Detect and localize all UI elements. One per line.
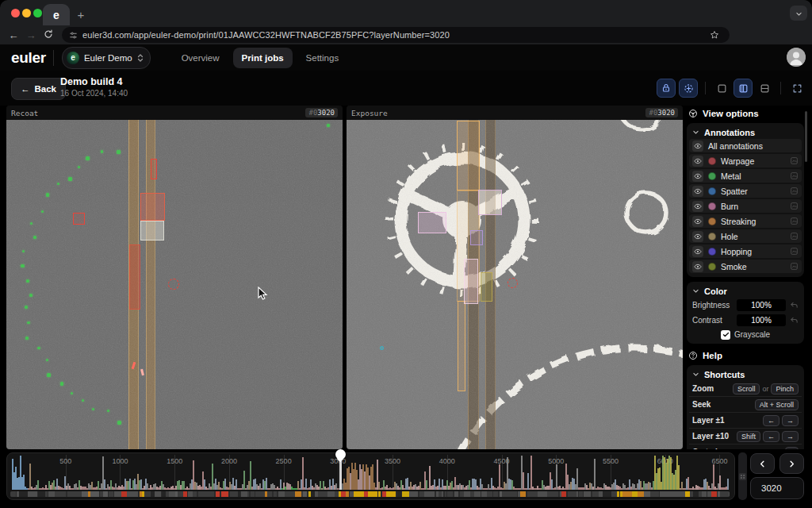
annotation-image-icon[interactable] xyxy=(790,202,799,210)
window-zoom-button[interactable] xyxy=(33,9,42,17)
window-minimize-button[interactable] xyxy=(22,9,31,17)
url-bar[interactable]: euler3d.com/app/euler-demo/print/01JAAWC… xyxy=(62,27,730,43)
visibility-toggle[interactable] xyxy=(692,216,703,227)
browser-tab[interactable]: e xyxy=(43,4,70,25)
brightness-input[interactable]: 100% xyxy=(737,299,786,311)
annotations-section-header[interactable]: Annotations xyxy=(689,125,802,139)
warpage-annotation-box[interactable] xyxy=(129,244,140,310)
timeline-tick-label: 4000 xyxy=(439,457,455,465)
bookmark-star-icon[interactable] xyxy=(710,30,719,40)
back-button[interactable]: ←Back xyxy=(11,78,66,100)
visibility-toggle[interactable] xyxy=(692,156,703,167)
new-tab-button[interactable]: + xyxy=(73,6,89,22)
next-layer-button[interactable] xyxy=(779,453,804,474)
workspace-switcher[interactable]: e Euler Demo xyxy=(62,47,151,69)
visibility-toggle[interactable] xyxy=(692,140,703,152)
user-avatar[interactable] xyxy=(787,48,806,67)
scrubber-handle[interactable] xyxy=(335,449,346,460)
hole-annotation-box[interactable] xyxy=(481,272,492,302)
contrast-input[interactable]: 100% xyxy=(737,314,786,326)
brightness-reset-icon[interactable] xyxy=(790,301,799,310)
layer-number-input[interactable] xyxy=(750,477,804,499)
visibility-toggle[interactable] xyxy=(692,261,703,272)
severity-strip xyxy=(10,491,730,497)
fullscreen-button[interactable] xyxy=(788,79,806,97)
visibility-toggle[interactable] xyxy=(692,201,703,212)
reload-button[interactable] xyxy=(40,29,57,41)
layout-single-button[interactable] xyxy=(713,79,730,97)
severity-segment xyxy=(617,491,619,497)
shortcut-keys: L xyxy=(783,447,799,450)
annotation-row[interactable]: Smoke xyxy=(689,260,802,273)
browser-back-button[interactable]: ← xyxy=(5,29,22,41)
site-settings-icon[interactable] xyxy=(69,31,78,40)
visibility-toggle[interactable] xyxy=(692,246,703,257)
window-close-button[interactable] xyxy=(11,9,20,17)
timeline-chart[interactable]: 5001000150020002500300035004000450050005… xyxy=(10,455,730,490)
header-nav-item[interactable]: Overview xyxy=(173,48,228,68)
lock-view-button[interactable] xyxy=(657,79,676,98)
severity-segment xyxy=(62,491,66,497)
streaking-annotation-box[interactable] xyxy=(457,121,480,190)
warpage-annotation-box[interactable] xyxy=(73,213,85,225)
shortcut-label: Layer ±1 xyxy=(692,416,760,425)
panel-label: Exposure xyxy=(351,109,388,117)
streaking-annotation-box[interactable] xyxy=(458,301,465,391)
color-section-header[interactable]: Color xyxy=(689,284,802,298)
annotation-image-icon[interactable] xyxy=(790,247,799,256)
tab-search-button[interactable] xyxy=(790,6,807,21)
fit-view-button[interactable] xyxy=(679,79,698,98)
exposure-image[interactable] xyxy=(347,120,683,449)
warpage-annotation-box[interactable] xyxy=(140,221,164,241)
all-annotations-row[interactable]: All annotations xyxy=(689,139,802,152)
burn-annotation-box[interactable] xyxy=(418,212,446,233)
annotation-image-icon[interactable] xyxy=(790,262,799,271)
annotation-label: Smoke xyxy=(721,262,785,271)
previous-layer-button[interactable] xyxy=(750,453,775,474)
metal-annotation-dot xyxy=(21,264,24,267)
recoat-panel[interactable]: Recoat #03020 xyxy=(6,106,343,449)
annotation-row[interactable]: Spatter xyxy=(689,184,802,198)
selection-crosshair xyxy=(508,278,518,288)
brand-logo[interactable]: euler xyxy=(11,49,46,67)
annotation-row[interactable]: Hopping xyxy=(689,244,802,258)
annotation-row[interactable]: Warpage xyxy=(689,154,802,167)
layout-split-vertical-button[interactable] xyxy=(733,79,753,98)
mouse-cursor xyxy=(258,287,269,301)
annotation-image-icon[interactable] xyxy=(790,156,799,165)
annotation-image-icon[interactable] xyxy=(790,217,799,225)
burn-annotation-box[interactable] xyxy=(478,190,502,215)
browser-forward-button[interactable]: → xyxy=(22,29,40,41)
hopping-annotation-box[interactable] xyxy=(470,230,483,245)
contrast-reset-icon[interactable] xyxy=(790,316,799,325)
annotations-card: Annotations All annotations Warpage Meta… xyxy=(687,123,804,277)
header-nav-item[interactable]: Print jobs xyxy=(233,48,293,68)
visibility-toggle[interactable] xyxy=(692,171,703,182)
layout-split-horizontal-button[interactable] xyxy=(756,79,773,97)
annotation-row[interactable]: Metal xyxy=(689,169,802,183)
timeline-resize-handle[interactable] xyxy=(738,452,747,500)
warpage-annotation-box[interactable] xyxy=(151,159,157,179)
annotation-row[interactable]: Hole xyxy=(689,229,802,243)
burn-annotation-box[interactable] xyxy=(464,259,478,304)
selection-crosshair xyxy=(168,279,179,290)
grayscale-checkbox[interactable] xyxy=(721,330,730,340)
annotation-image-icon[interactable] xyxy=(790,187,799,195)
severity-segment xyxy=(660,491,667,497)
visibility-toggle[interactable] xyxy=(692,231,703,242)
visibility-toggle[interactable] xyxy=(692,186,703,197)
annotation-image-icon[interactable] xyxy=(790,171,799,180)
annotation-row[interactable]: Burn xyxy=(689,199,802,213)
annotation-row[interactable]: Streaking xyxy=(689,214,802,228)
recoat-image[interactable] xyxy=(6,120,343,449)
header-nav-item[interactable]: Settings xyxy=(297,48,348,68)
warpage-annotation-box[interactable] xyxy=(140,193,165,221)
layer-timeline[interactable]: 5001000150020002500300035004000450050005… xyxy=(6,452,735,500)
eye-icon xyxy=(694,142,702,150)
severity-segment xyxy=(255,491,260,497)
shortcuts-section-header[interactable]: Shortcuts xyxy=(689,368,802,381)
severity-segment xyxy=(424,491,431,497)
annotation-image-icon[interactable] xyxy=(790,232,799,241)
sidebar-scrollbar[interactable] xyxy=(805,111,807,162)
exposure-panel[interactable]: Exposure #03020 xyxy=(347,106,683,449)
